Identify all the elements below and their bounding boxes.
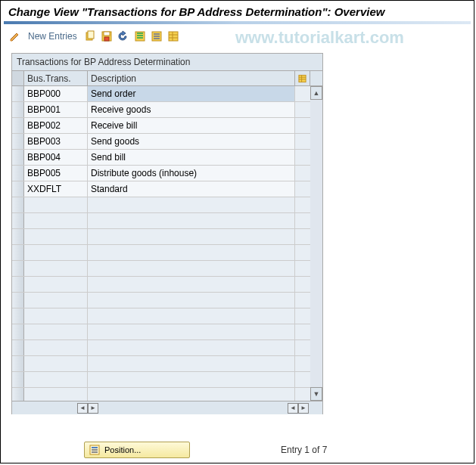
table-row: BBP003Send goods [12,134,322,150]
row-selector[interactable] [12,134,24,149]
cell-bus-trans[interactable] [24,213,88,228]
cell-bus-trans[interactable]: BBP000 [24,86,88,101]
h-scroll-left-button-2[interactable]: ◄ [288,403,298,414]
cell-description[interactable] [88,372,295,387]
cell-description[interactable] [88,213,295,228]
table-row [12,245,322,261]
table-row [12,293,322,308]
scroll-track[interactable] [310,100,322,387]
cell-description[interactable]: Send order [88,86,295,101]
cell-bus-trans[interactable]: BBP004 [24,150,88,165]
cell-description[interactable]: Standard [88,181,295,197]
cell-description[interactable]: Receive goods [88,102,295,117]
h-scroll-right-button[interactable]: ► [88,403,98,414]
cell-description[interactable]: Send bill [88,150,295,165]
row-selector[interactable] [12,388,24,401]
row-selector-header[interactable] [12,71,24,85]
row-selector[interactable] [12,102,24,117]
row-selector[interactable] [12,245,24,260]
undo-icon[interactable] [117,29,130,43]
col-config-button[interactable] [295,71,310,85]
table-row [12,388,322,401]
svg-rect-17 [299,75,306,82]
cell-bus-trans[interactable] [24,372,88,387]
cell-bus-trans[interactable] [24,277,88,292]
cell-bus-trans[interactable] [24,308,88,324]
row-selector[interactable] [12,293,24,308]
svg-rect-4 [104,37,109,41]
cell-description[interactable] [88,308,295,324]
entry-count-text: Entry 1 of 7 [281,445,327,455]
toggle-change-icon[interactable] [8,29,22,43]
cell-bus-trans[interactable] [24,293,88,308]
cell-bus-trans[interactable]: BBP002 [24,118,88,133]
select-all-icon[interactable] [133,29,147,43]
row-selector[interactable] [12,229,24,244]
scroll-up-button[interactable]: ▲ [310,86,322,100]
table-row: BBP000Send order [12,86,322,102]
cell-description[interactable] [88,340,295,355]
row-selector[interactable] [12,166,24,181]
cell-description[interactable]: Receive bill [88,118,295,133]
cell-description[interactable] [88,324,295,339]
h-scroll-right-button-2[interactable]: ► [298,403,309,414]
copy-icon[interactable] [83,29,97,43]
row-selector[interactable] [12,372,24,387]
cell-bus-trans[interactable] [24,197,88,212]
cell-bus-trans[interactable] [24,324,88,339]
horizontal-scroll-row: ◄ ► ◄ ► [12,401,322,414]
table-settings-icon[interactable] [166,29,180,43]
cell-bus-trans[interactable]: BBP001 [24,102,88,117]
svg-rect-12 [154,38,160,39]
cell-description[interactable] [88,388,295,401]
cell-bus-trans[interactable]: BBP005 [24,166,88,181]
cell-description[interactable] [88,245,295,260]
cell-description[interactable] [88,293,295,308]
table-row [12,356,322,372]
row-selector[interactable] [12,181,24,197]
svg-rect-10 [154,33,160,35]
table-row [12,372,322,388]
row-selector[interactable] [12,340,24,355]
row-selector[interactable] [12,118,24,133]
cell-description[interactable] [88,261,295,276]
cell-bus-trans[interactable] [24,388,88,401]
row-selector[interactable] [12,308,24,324]
table-row [12,324,322,340]
row-selector[interactable] [12,86,24,101]
cell-bus-trans[interactable] [24,245,88,260]
cell-description[interactable] [88,197,295,212]
col-header-description[interactable]: Description [88,71,295,85]
cell-description[interactable] [88,356,295,371]
row-selector[interactable] [12,356,24,371]
row-selector[interactable] [12,213,24,228]
scroll-down-button[interactable]: ▼ [310,387,322,401]
cell-description[interactable] [88,229,295,244]
cell-bus-trans[interactable]: XXDFLT [24,181,88,197]
row-selector[interactable] [12,150,24,165]
cell-bus-trans[interactable]: BBP003 [24,134,88,149]
cell-bus-trans[interactable] [24,229,88,244]
cell-bus-trans[interactable] [24,340,88,355]
new-entries-button[interactable]: New Entries [28,31,77,42]
svg-rect-13 [169,32,178,41]
h-scroll-left-button[interactable]: ◄ [77,403,88,414]
vertical-scrollbar[interactable]: ▲ ▼ [310,86,322,401]
save-icon[interactable] [100,29,114,43]
cell-bus-trans[interactable] [24,261,88,276]
deselect-all-icon[interactable] [150,29,163,43]
cell-description[interactable]: Distribute goods (inhouse) [88,166,295,181]
position-button[interactable]: Position... [84,442,190,458]
toolbar: New Entries [1,24,474,48]
row-selector[interactable] [12,197,24,212]
row-selector[interactable] [12,324,24,339]
cell-description[interactable]: Send goods [88,134,295,149]
page-title: Change View "Transactions for BP Address… [1,1,474,21]
table-row [12,261,322,277]
cell-description[interactable] [88,277,295,292]
table-header-row: Bus.Trans. Description [12,71,322,86]
row-selector[interactable] [12,277,24,292]
cell-bus-trans[interactable] [24,356,88,371]
col-header-bus-trans[interactable]: Bus.Trans. [24,71,88,85]
row-selector[interactable] [12,261,24,276]
